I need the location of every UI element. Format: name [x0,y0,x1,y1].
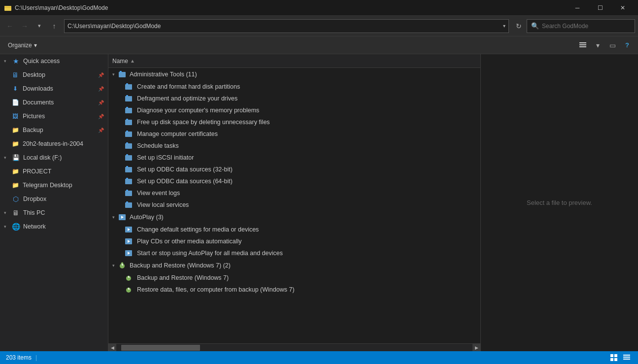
name-column-header[interactable]: Name ▲ [112,58,135,65]
refresh-button[interactable]: ↻ [512,19,526,33]
preview-pane-button[interactable]: ▭ [605,38,619,52]
status-separator: | [35,354,37,361]
svg-rect-8 [126,83,128,85]
file-icon [124,189,133,198]
file-item[interactable]: Defragment and optimize your drives [108,93,480,104]
address-dropdown-arrow[interactable]: ▾ [503,23,505,29]
sidebar-item-local-disk[interactable]: ▾ 💾 Local disk (F:) [0,151,108,165]
file-icon [124,94,133,103]
close-button[interactable]: ✕ [611,0,634,16]
preview-text: Select a file to preview. [527,199,592,206]
file-item[interactable]: View event logs [108,187,480,199]
sidebar-item-20h2[interactable]: 📁 20h2-features-in-2004 [0,137,108,151]
scroll-right-button[interactable]: ▶ [472,344,480,352]
search-bar[interactable]: 🔍 [527,19,635,33]
sidebar-item-label: 20h2-features-in-2004 [23,140,83,147]
file-item[interactable]: Manage computer certificates [108,128,480,140]
file-item[interactable]: Schedule tasks [108,140,480,152]
svg-rect-24 [126,178,128,179]
help-button[interactable]: ? [620,38,634,52]
recent-button[interactable]: ▾ [33,19,46,33]
search-input[interactable] [542,23,631,30]
file-item[interactable]: Backup and Restore (Windows 7) [108,272,480,284]
file-item[interactable]: Restore data, files, or computer from ba… [108,284,480,296]
sidebar-item-backup[interactable]: 📁 Backup 📌 [0,123,108,137]
svg-rect-9 [125,96,132,101]
file-icon [124,82,133,91]
local-disk-icon: 💾 [11,153,20,162]
file-item[interactable]: Play CDs or other media automatically [108,235,480,247]
sidebar-item-this-pc[interactable]: ▾ 🖥 This PC [0,206,108,220]
sidebar-item-label: Local disk (F:) [23,154,62,161]
scroll-track[interactable] [116,344,472,352]
svg-rect-2 [579,42,586,43]
sidebar-item-pictures[interactable]: 🖼 Pictures 📌 [0,109,108,123]
svg-rect-13 [125,120,132,125]
svg-rect-11 [125,108,132,113]
file-item-name: View local services [137,201,189,208]
file-item[interactable]: Create and format hard disk partitions [108,81,480,93]
file-icon [124,177,133,186]
sidebar-item-downloads[interactable]: ⬇ Downloads 📌 [0,82,108,96]
organize-label: Organize [8,42,32,49]
status-item-count: 203 items [6,354,32,361]
scroll-left-button[interactable]: ◀ [108,344,116,352]
sidebar-item-label: Dropbox [23,196,46,202]
sidebar-item-telegram[interactable]: 📁 Telegram Desktop [0,178,108,192]
pin-icon: 📌 [98,128,104,133]
20h2-icon: 📁 [11,139,20,148]
file-item[interactable]: Start or stop using AutoPlay for all med… [108,247,480,259]
svg-rect-22 [126,166,128,167]
sidebar-item-documents[interactable]: 📄 Documents 📌 [0,96,108,109]
address-bar[interactable]: C:\Users\mayan\Desktop\GodMode ▾ [64,19,509,33]
svg-rect-46 [623,359,630,360]
file-item[interactable]: Diagnose your computer's memory problems [108,104,480,116]
file-list-header[interactable]: Name ▲ [108,54,480,68]
file-item[interactable]: Set up ODBC data sources (64-bit) [108,175,480,187]
file-list-scroll[interactable]: ▾ Administrative Tools (11) Create and f… [108,68,480,343]
svg-rect-40 [610,354,613,357]
autoplay-chevron: ▾ [112,215,115,220]
scroll-thumb[interactable] [121,345,200,351]
downloads-icon: ⬇ [11,84,20,93]
sidebar-item-quick-access[interactable]: ▾ ★ Quick access [0,54,108,68]
file-item[interactable]: Set up ODBC data sources (32-bit) [108,164,480,175]
view-dropdown-button[interactable]: ▾ [591,38,604,52]
sidebar-item-dropbox[interactable]: ▾ ⬡ Dropbox [0,192,108,206]
sidebar-item-label: Documents [23,99,54,106]
file-item[interactable]: Set up iSCSI initiator [108,152,480,164]
file-icon [124,273,133,282]
minimize-button[interactable]: ─ [566,0,589,16]
svg-rect-18 [126,142,128,144]
status-list-view-button[interactable] [621,352,632,363]
file-item-name: Manage computer certificates [137,131,218,137]
status-details-view-button[interactable] [608,352,619,363]
forward-button[interactable]: → [18,19,32,33]
title-bar-icon [4,4,12,12]
search-icon: 🔍 [531,22,539,30]
sidebar-item-label: Desktop [23,71,45,78]
file-item[interactable]: Change default settings for media or dev… [108,224,480,235]
section-admin-tools[interactable]: ▾ Administrative Tools (11) [108,68,480,81]
organize-button[interactable]: Organize ▾ [4,38,41,52]
pin-icon: 📌 [98,86,104,92]
sidebar-item-project[interactable]: 📁 PROJECT [0,165,108,178]
file-item[interactable]: View local services [108,199,480,211]
this-pc-icon: 🖥 [11,208,20,217]
file-item-name: Schedule tasks [137,142,179,149]
sidebar-item-desktop[interactable]: 🖥 Desktop 📌 [0,68,108,82]
svg-rect-27 [125,202,132,208]
network-chevron: ▾ [4,224,6,229]
svg-rect-21 [125,167,132,172]
horizontal-scrollbar[interactable]: ◀ ▶ [108,343,480,351]
section-backup-restore[interactable]: ▾ Backup and Restore (Windows 7) (2) [108,259,480,272]
file-item[interactable]: Free up disk space by deleting unnecessa… [108,116,480,128]
sidebar-item-network[interactable]: ▾ 🌐 Network [0,220,108,233]
section-autoplay[interactable]: ▾ AutoPlay (3) [108,211,480,224]
svg-rect-28 [126,201,128,203]
file-item-name: Set up ODBC data sources (32-bit) [137,166,233,173]
up-button[interactable]: ↑ [47,19,61,33]
view-list-button[interactable] [576,38,590,52]
back-button[interactable]: ← [3,19,17,33]
maximize-button[interactable]: ☐ [589,0,611,16]
